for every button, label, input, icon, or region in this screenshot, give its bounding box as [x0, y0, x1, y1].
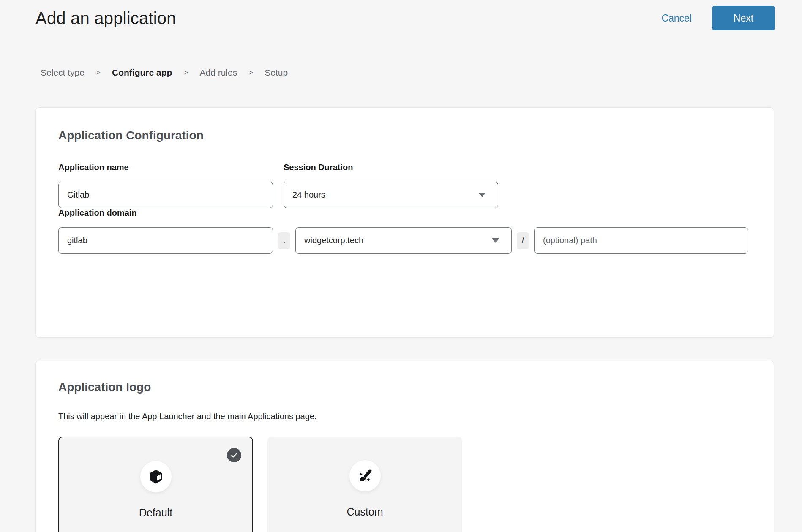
logo-option-label: Default [139, 507, 172, 519]
session-duration-label: Session Duration [284, 163, 498, 172]
custom-logo-circle [349, 460, 381, 491]
logo-option-custom[interactable]: Custom [267, 437, 462, 532]
wizard-breadcrumb: Select type > Configure app > Add rules … [41, 68, 802, 78]
cube-icon [148, 469, 164, 485]
breadcrumb-step-setup[interactable]: Setup [265, 68, 288, 78]
application-name-label: Application name [58, 163, 273, 172]
logo-card-heading: Application logo [58, 380, 750, 394]
next-button[interactable]: Next [712, 6, 775, 30]
domain-select[interactable]: widgetcorp.tech [295, 227, 512, 254]
chevron-down-icon [478, 193, 486, 197]
application-name-field-group: Application name [58, 163, 273, 208]
header-actions: Cancel Next [661, 6, 775, 30]
breadcrumb-separator: > [248, 68, 253, 77]
session-duration-value: 24 hours [292, 190, 325, 200]
application-domain-row: . widgetcorp.tech / [58, 227, 750, 254]
application-configuration-card: Application Configuration Application na… [35, 107, 774, 338]
breadcrumb-step-add-rules[interactable]: Add rules [199, 68, 237, 78]
breadcrumb-separator: > [96, 68, 101, 77]
slash-separator: / [517, 232, 529, 249]
application-domain-label: Application domain [58, 208, 137, 217]
name-duration-row: Application name Session Duration 24 hou… [58, 163, 750, 208]
session-duration-select[interactable]: 24 hours [284, 182, 498, 208]
logo-card-description: This will appear in the App Launcher and… [58, 412, 750, 421]
breadcrumb-step-select-type[interactable]: Select type [41, 68, 85, 78]
cancel-button[interactable]: Cancel [661, 13, 692, 24]
logo-option-label: Custom [346, 506, 383, 518]
logo-option-tiles: Default Custom [58, 437, 750, 532]
page-title: Add an application [35, 9, 176, 28]
page-header: Add an application Cancel Next [0, 0, 802, 30]
check-icon [230, 451, 238, 459]
selected-check-badge [227, 448, 241, 462]
dot-separator: . [278, 232, 290, 249]
logo-option-default[interactable]: Default [58, 437, 253, 532]
configuration-card-heading: Application Configuration [58, 129, 750, 142]
session-duration-field-group: Session Duration 24 hours [284, 163, 498, 208]
breadcrumb-separator: > [183, 68, 188, 77]
application-logo-card: Application logo This will appear in the… [35, 361, 774, 532]
breadcrumb-step-configure-app[interactable]: Configure app [112, 68, 172, 78]
default-logo-circle [140, 461, 172, 492]
subdomain-input[interactable] [58, 227, 273, 254]
application-name-input[interactable] [58, 182, 273, 208]
path-input[interactable] [534, 227, 748, 254]
domain-select-value: widgetcorp.tech [304, 236, 363, 245]
paintbrush-icon [357, 467, 374, 484]
chevron-down-icon [492, 238, 499, 243]
